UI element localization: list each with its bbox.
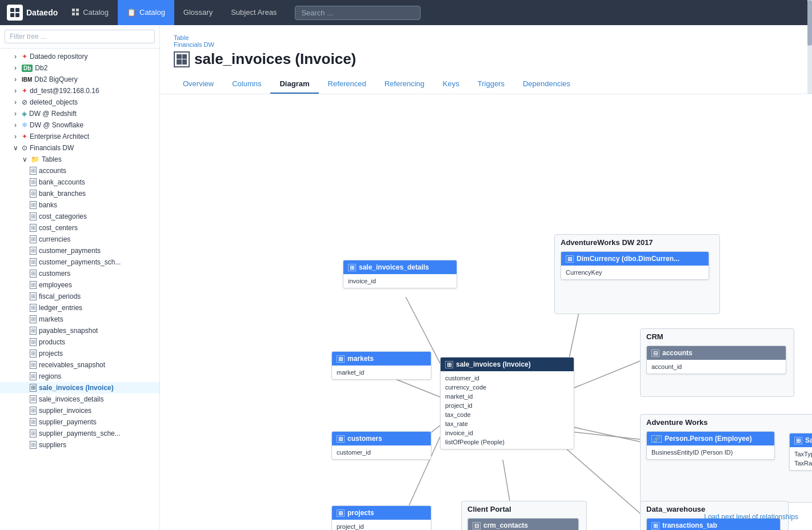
sidebar-item-supplier-invoices[interactable]: ⊞ supplier_invoices <box>0 405 159 416</box>
entity-sale-invoices-main[interactable]: ⊞ sale_invoices (Invoice) customer_id cu… <box>440 357 574 449</box>
tabs-row: Overview Columns Diagram Referenced Refe… <box>174 75 798 94</box>
sidebar-item-financials-dw[interactable]: ∨ ⊙ Financials DW <box>0 142 159 154</box>
sidebar-item-db2[interactable]: › Db Db2 <box>0 62 159 74</box>
nav-tab-glossary[interactable]: 📋 Catalog <box>118 0 174 25</box>
chevron-icon: › <box>11 121 19 129</box>
sidebar-item-markets[interactable]: ⊞ markets <box>0 314 159 325</box>
entity-projects[interactable]: ⊞ projects project_id <box>331 505 431 530</box>
svg-rect-7 <box>76 13 79 15</box>
breadcrumb-link[interactable]: Financials DW <box>174 41 214 48</box>
sidebar-item-customers[interactable]: ⊞ customers <box>0 268 159 279</box>
entity-person-person[interactable]: 🔗 Person.Person (Employee) BusinessEntit… <box>646 431 775 460</box>
tab-referencing[interactable]: Referencing <box>375 75 434 94</box>
entity-body: invoice_id <box>343 274 457 288</box>
sidebar-item-receivables-snapshot[interactable]: ⊞ receivables_snapshot <box>0 359 159 371</box>
table-icon: ⊞ <box>30 235 37 243</box>
sidebar-item-suppliers[interactable]: ⊞ suppliers <box>0 439 159 451</box>
logo-icon <box>7 5 23 21</box>
sidebar-item-cost-categories[interactable]: ⊞ cost_categories <box>0 211 159 222</box>
sidebar-item-currencies[interactable]: ⊞ currencies <box>0 234 159 245</box>
table-icon: ⊞ <box>30 441 37 449</box>
sidebar-item-bank-accounts[interactable]: ⊞ bank_accounts <box>0 176 159 188</box>
sidebar-item-dataedo-repo[interactable]: › ✦ Dataedo repository <box>0 51 159 62</box>
load-next-button[interactable]: Load next level of relationships <box>704 513 798 521</box>
table-icon: ⊞ <box>30 372 37 380</box>
filter-input[interactable] <box>5 30 155 43</box>
sidebar-item-projects[interactable]: ⊞ projects <box>0 348 159 359</box>
nav-tab-catalog[interactable]: Catalog <box>62 0 118 25</box>
sidebar-item-db2-bigquery[interactable]: › IBM Db2 BigQuery <box>0 74 159 85</box>
chevron-icon: › <box>11 64 19 72</box>
sidebar-item-supplier-payments[interactable]: ⊞ supplier_payments <box>0 416 159 428</box>
table-icon: ⊟ <box>473 522 481 529</box>
tree-label: regions <box>39 372 61 380</box>
sidebar-item-dw-redshift[interactable]: › ◈ DW @ Redshift <box>0 108 159 119</box>
group-client-portal: Client Portal ⊟ crm_contacts contact_id <box>461 501 587 530</box>
chevron-icon: › <box>11 132 19 140</box>
entity-field: customer_id <box>337 448 426 457</box>
entity-name: accounts <box>662 349 693 357</box>
tree-label: banks <box>39 201 57 209</box>
sidebar-item-sale-invoices-details[interactable]: ⊞ sale_invoices_details <box>0 394 159 405</box>
entity-dimcurrency[interactable]: ⊞ DimCurrency (dbo.DimCurren... Currency… <box>561 251 709 280</box>
db2-icon: Db <box>22 65 33 72</box>
nav-tab-subject-areas[interactable]: Subject Areas <box>222 0 286 25</box>
sidebar-item-bank-branches[interactable]: ⊞ bank_branches <box>0 188 159 199</box>
nav-catalog-label: Catalog <box>83 8 109 17</box>
entity-crm-accounts[interactable]: ⊟ accounts account_id <box>646 346 786 374</box>
sidebar-item-customer-payments[interactable]: ⊞ customer_payments <box>0 245 159 256</box>
tree-label: fiscal_periods <box>39 292 81 300</box>
entity-customers[interactable]: ⊞ customers customer_id <box>331 431 431 460</box>
tab-columns[interactable]: Columns <box>223 75 270 94</box>
sidebar-item-accounts[interactable]: ⊞ accounts <box>0 165 159 176</box>
table-icon: ⊞ <box>30 247 37 255</box>
sidebar-item-fiscal-periods[interactable]: ⊞ fiscal_periods <box>0 291 159 302</box>
group-title: Client Portal <box>462 501 586 513</box>
tab-keys[interactable]: Keys <box>434 75 469 94</box>
chevron-icon: › <box>11 87 19 95</box>
table-icon: ⊞ <box>30 429 37 437</box>
sidebar-item-regions[interactable]: ⊞ regions <box>0 371 159 382</box>
sidebar-item-supplier-payments-sch[interactable]: ⊞ supplier_payments_sche... <box>0 428 159 439</box>
tab-overview[interactable]: Overview <box>174 75 223 94</box>
search-input[interactable] <box>295 6 421 20</box>
entity-header: 🔗 Person.Person (Employee) <box>647 432 774 445</box>
sidebar-item-ledger-entries[interactable]: ⊞ ledger_entries <box>0 302 159 314</box>
entity-sale-invoices-details[interactable]: ⊞ sale_invoices_details invoice_id <box>343 260 457 288</box>
tree-label: receivables_snapshot <box>39 361 105 369</box>
sidebar-item-enterprise-architect[interactable]: › ✦ Enterprise Architect <box>0 131 159 142</box>
logo[interactable]: Dataedo <box>7 5 58 21</box>
sidebar-item-payables-snapshot[interactable]: ⊞ payables_snapshot <box>0 325 159 336</box>
table-icon: ⊞ <box>30 407 37 415</box>
tab-referenced[interactable]: Referenced <box>319 75 375 94</box>
sidebar-item-tables[interactable]: ∨ 📁 Tables <box>0 154 159 165</box>
entity-markets[interactable]: ⊞ markets market_id <box>331 351 431 380</box>
svg-rect-0 <box>10 8 14 12</box>
nav-tab-glossary2[interactable]: Glossary <box>174 0 222 25</box>
sidebar-item-cost-centers[interactable]: ⊞ cost_centers <box>0 222 159 234</box>
sidebar-item-customer-payments-sch[interactable]: ⊞ customer_payments_sch... <box>0 256 159 268</box>
sidebar-item-dw-snowflake[interactable]: › ❄ DW @ Snowflake <box>0 119 159 131</box>
tab-dependencies[interactable]: Dependencies <box>514 75 579 94</box>
group-title: Adventure Works <box>641 415 812 427</box>
sidebar-item-employees[interactable]: ⊞ employees <box>0 279 159 291</box>
table-icon: ⊞ <box>30 327 37 335</box>
sidebar-item-banks[interactable]: ⊞ banks <box>0 199 159 211</box>
entity-name: DimCurrency (dbo.DimCurren... <box>577 255 679 263</box>
table-icon: ⊞ <box>30 338 37 346</box>
entity-name: Sales.SalesTaxRate <box>805 436 812 444</box>
sidebar-item-products[interactable]: ⊞ products <box>0 336 159 348</box>
sidebar-item-sale-invoices[interactable]: ⊞ sale_invoices (Invoice) <box>0 382 159 394</box>
tab-diagram[interactable]: Diagram <box>270 75 318 94</box>
tree-label: Financials DW <box>30 144 74 152</box>
entity-header: ⊞ sale_invoices (Invoice) <box>441 358 574 371</box>
tree-label: sale_invoices (Invoice) <box>39 384 114 392</box>
entity-sales-tax-rate[interactable]: ⊞ Sales.SalesTaxRate TaxType TaxRate <box>789 433 812 471</box>
sidebar-item-ddtest[interactable]: › ✦ dd_test@192.168.0.16 <box>0 85 159 97</box>
tree-label: supplier_invoices <box>39 407 91 415</box>
entity-crm-contacts[interactable]: ⊟ crm_contacts contact_id <box>467 518 579 530</box>
tab-triggers[interactable]: Triggers <box>469 75 514 94</box>
sidebar-item-deleted[interactable]: › ⊘ deleted_objects <box>0 97 159 108</box>
table-icon: ⊞ <box>445 361 453 368</box>
financials-icon: ⊙ <box>22 144 27 152</box>
